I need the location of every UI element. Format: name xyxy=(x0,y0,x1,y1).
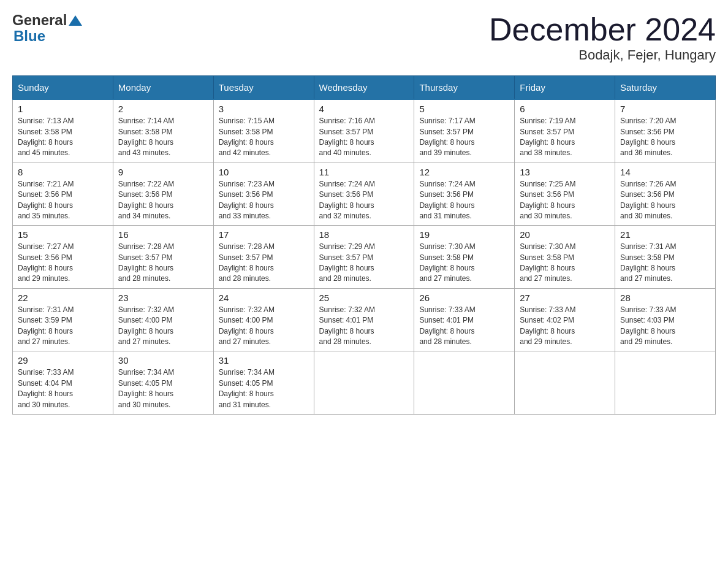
day-info: Sunrise: 7:32 AMSunset: 4:01 PMDaylight:… xyxy=(319,305,409,348)
sunrise-info: Sunrise: 7:25 AM xyxy=(520,180,575,188)
day-number: 29 xyxy=(18,355,108,366)
sunrise-info: Sunrise: 7:23 AM xyxy=(219,180,275,188)
sunrise-info: Sunrise: 7:15 AM xyxy=(219,117,275,125)
daylight-label: Daylight: 8 hours xyxy=(419,264,474,272)
daylight-label: Daylight: 8 hours xyxy=(18,389,73,398)
daylight-value: and 38 minutes. xyxy=(520,148,572,157)
calendar-cell: 7Sunrise: 7:20 AMSunset: 3:56 PMDaylight… xyxy=(615,99,716,163)
calendar-week-row: 29Sunrise: 7:33 AMSunset: 4:04 PMDayligh… xyxy=(13,351,716,415)
calendar-body: 1Sunrise: 7:13 AMSunset: 3:58 PMDaylight… xyxy=(13,99,716,414)
day-info: Sunrise: 7:26 AMSunset: 3:56 PMDaylight:… xyxy=(620,179,710,222)
sunset-info: Sunset: 3:59 PM xyxy=(18,316,72,324)
daylight-value: and 33 minutes. xyxy=(219,212,271,220)
day-number: 27 xyxy=(520,293,610,303)
day-number: 21 xyxy=(620,229,710,240)
sunset-info: Sunset: 3:58 PM xyxy=(18,128,72,136)
daylight-label: Daylight: 8 hours xyxy=(319,264,374,272)
sunrise-info: Sunrise: 7:19 AM xyxy=(520,117,575,125)
day-info: Sunrise: 7:33 AMSunset: 4:02 PMDaylight:… xyxy=(520,305,610,348)
sunrise-info: Sunrise: 7:16 AM xyxy=(319,117,375,125)
logo: General Blue xyxy=(12,12,84,45)
day-number: 19 xyxy=(419,229,509,240)
daylight-label: Daylight: 8 hours xyxy=(520,327,575,335)
calendar-cell: 10Sunrise: 7:23 AMSunset: 3:56 PMDayligh… xyxy=(213,163,314,226)
sunset-info: Sunset: 3:56 PM xyxy=(620,190,675,199)
sunset-info: Sunset: 4:04 PM xyxy=(18,379,72,388)
day-info: Sunrise: 7:20 AMSunset: 3:56 PMDaylight:… xyxy=(620,116,710,159)
day-number: 15 xyxy=(18,229,108,240)
day-number: 1 xyxy=(18,104,108,114)
sunrise-info: Sunrise: 7:34 AM xyxy=(219,368,275,377)
daylight-value: and 31 minutes. xyxy=(419,212,471,220)
calendar-table: Sunday Monday Tuesday Wednesday Thursday… xyxy=(12,75,716,415)
sunset-info: Sunset: 4:03 PM xyxy=(620,316,675,324)
sunrise-info: Sunrise: 7:30 AM xyxy=(419,242,475,251)
daylight-label: Daylight: 8 hours xyxy=(219,264,274,272)
daylight-label: Daylight: 8 hours xyxy=(620,138,675,147)
daylight-label: Daylight: 8 hours xyxy=(520,201,575,210)
daylight-value: and 45 minutes. xyxy=(18,148,70,157)
calendar-cell: 28Sunrise: 7:33 AMSunset: 4:03 PMDayligh… xyxy=(615,288,716,351)
day-number: 13 xyxy=(520,167,610,177)
sunset-info: Sunset: 3:56 PM xyxy=(620,128,675,136)
day-info: Sunrise: 7:31 AMSunset: 3:58 PMDaylight:… xyxy=(620,242,710,285)
sunrise-info: Sunrise: 7:24 AM xyxy=(319,180,375,188)
sunset-info: Sunset: 4:02 PM xyxy=(520,316,574,324)
logo-triangle-icon xyxy=(69,15,82,26)
daylight-label: Daylight: 8 hours xyxy=(18,138,73,147)
calendar-cell: 11Sunrise: 7:24 AMSunset: 3:56 PMDayligh… xyxy=(314,163,414,226)
calendar-cell: 1Sunrise: 7:13 AMSunset: 3:58 PMDaylight… xyxy=(13,99,113,163)
calendar-cell: 6Sunrise: 7:19 AMSunset: 3:57 PMDaylight… xyxy=(515,99,615,163)
daylight-label: Daylight: 8 hours xyxy=(319,138,374,147)
logo-general-text: General xyxy=(12,12,67,28)
sunset-info: Sunset: 3:58 PM xyxy=(419,253,474,262)
daylight-value: and 32 minutes. xyxy=(319,212,371,220)
daylight-label: Daylight: 8 hours xyxy=(118,327,173,335)
day-number: 20 xyxy=(520,229,610,240)
calendar-cell: 16Sunrise: 7:28 AMSunset: 3:57 PMDayligh… xyxy=(113,226,213,289)
sunrise-info: Sunrise: 7:22 AM xyxy=(118,180,174,188)
daylight-value: and 34 minutes. xyxy=(118,212,170,220)
day-info: Sunrise: 7:33 AMSunset: 4:04 PMDaylight:… xyxy=(18,367,108,410)
day-number: 5 xyxy=(419,104,509,114)
sunrise-info: Sunrise: 7:33 AM xyxy=(620,305,676,314)
day-number: 10 xyxy=(219,167,309,177)
daylight-value: and 27 minutes. xyxy=(118,337,170,346)
calendar-cell: 26Sunrise: 7:33 AMSunset: 4:01 PMDayligh… xyxy=(414,288,515,351)
sunrise-info: Sunrise: 7:30 AM xyxy=(520,242,575,251)
daylight-value: and 36 minutes. xyxy=(620,148,672,157)
sunset-info: Sunset: 3:56 PM xyxy=(520,190,574,199)
sunset-info: Sunset: 4:00 PM xyxy=(219,316,273,324)
calendar-cell: 12Sunrise: 7:24 AMSunset: 3:56 PMDayligh… xyxy=(414,163,515,226)
calendar-week-row: 22Sunrise: 7:31 AMSunset: 3:59 PMDayligh… xyxy=(13,288,716,351)
sunrise-info: Sunrise: 7:31 AM xyxy=(620,242,676,251)
sunset-info: Sunset: 3:56 PM xyxy=(18,190,72,199)
page-header: General Blue December 2024 Bodajk, Fejer… xyxy=(12,12,716,63)
calendar-cell: 8Sunrise: 7:21 AMSunset: 3:56 PMDaylight… xyxy=(13,163,113,226)
sunset-info: Sunset: 3:56 PM xyxy=(118,190,173,199)
daylight-value: and 40 minutes. xyxy=(319,148,371,157)
day-number: 28 xyxy=(620,293,710,303)
header-row: Sunday Monday Tuesday Wednesday Thursday… xyxy=(13,76,716,100)
day-number: 18 xyxy=(319,229,409,240)
daylight-label: Daylight: 8 hours xyxy=(118,201,173,210)
daylight-label: Daylight: 8 hours xyxy=(219,201,274,210)
daylight-value: and 28 minutes. xyxy=(219,274,271,283)
day-info: Sunrise: 7:19 AMSunset: 3:57 PMDaylight:… xyxy=(520,116,610,159)
day-number: 17 xyxy=(219,229,309,240)
day-info: Sunrise: 7:24 AMSunset: 3:56 PMDaylight:… xyxy=(419,179,509,222)
daylight-label: Daylight: 8 hours xyxy=(620,264,675,272)
calendar-cell: 29Sunrise: 7:33 AMSunset: 4:04 PMDayligh… xyxy=(13,351,113,415)
day-info: Sunrise: 7:14 AMSunset: 3:58 PMDaylight:… xyxy=(118,116,208,159)
calendar-cell: 21Sunrise: 7:31 AMSunset: 3:58 PMDayligh… xyxy=(615,226,716,289)
day-info: Sunrise: 7:27 AMSunset: 3:56 PMDaylight:… xyxy=(18,242,108,285)
day-number: 6 xyxy=(520,104,610,114)
day-number: 8 xyxy=(18,167,108,177)
day-number: 30 xyxy=(118,355,208,366)
sunrise-info: Sunrise: 7:14 AM xyxy=(118,117,174,125)
daylight-value: and 35 minutes. xyxy=(18,212,70,220)
day-info: Sunrise: 7:28 AMSunset: 3:57 PMDaylight:… xyxy=(118,242,208,285)
calendar-cell: 22Sunrise: 7:31 AMSunset: 3:59 PMDayligh… xyxy=(13,288,113,351)
calendar-week-row: 1Sunrise: 7:13 AMSunset: 3:58 PMDaylight… xyxy=(13,99,716,163)
day-info: Sunrise: 7:28 AMSunset: 3:57 PMDaylight:… xyxy=(219,242,309,285)
